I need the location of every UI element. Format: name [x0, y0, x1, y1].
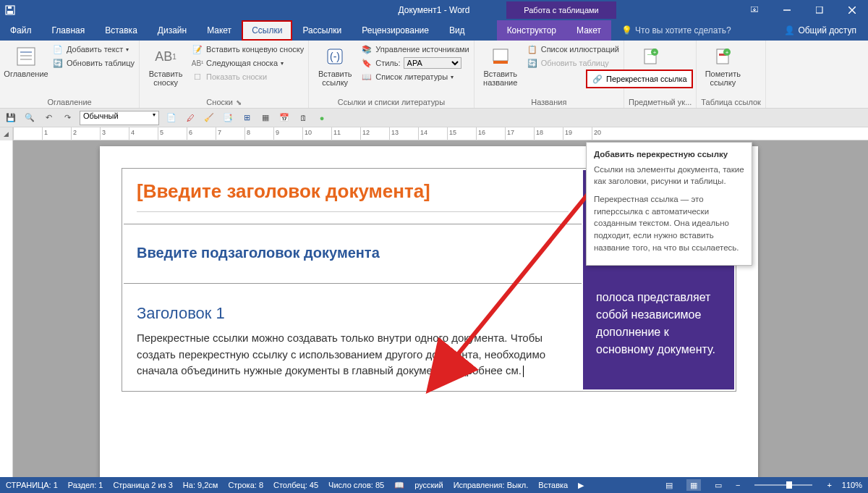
print-preview-icon[interactable]: 🔍: [23, 111, 36, 125]
save-icon[interactable]: [0, 5, 20, 15]
group-citations: (-) Вставить ссылку 📚Управление источник…: [309, 41, 474, 108]
maximize-button[interactable]: [803, 0, 835, 20]
table-of-figures-button[interactable]: 📋Список иллюстраций: [527, 43, 619, 55]
tab-table-layout[interactable]: Макет: [566, 20, 611, 41]
tab-layout[interactable]: Макет: [197, 20, 242, 41]
doc-heading1[interactable]: Заголовок 1: [137, 294, 569, 330]
zoom-level[interactable]: 110%: [842, 481, 862, 489]
tell-me[interactable]: 💡Что вы хотите сделать?: [611, 20, 741, 41]
ribbon-tabs: Файл Главная Вставка Дизайн Макет Ссылки…: [0, 20, 868, 41]
insert-citation-button[interactable]: (-) Вставить ссылку: [313, 43, 357, 88]
zoom-slider[interactable]: [754, 484, 812, 486]
group-footnotes: AB1 Вставить сноску 📝Вставить концевую с…: [140, 41, 309, 108]
tab-constructor[interactable]: Конструктор: [497, 20, 566, 41]
ribbon: Оглавление 📄Добавить текст ▾ 🔄Обновить т…: [0, 41, 868, 109]
status-line[interactable]: Строка: 8: [228, 481, 263, 489]
cross-reference-tooltip: Добавить перекрестную ссылку Ссылки на э…: [586, 142, 752, 266]
tab-design[interactable]: Дизайн: [148, 20, 197, 41]
status-spellcheck-icon[interactable]: 📖: [394, 481, 404, 490]
tab-references[interactable]: Ссылки: [242, 20, 292, 41]
ruler-corner[interactable]: ◢: [0, 127, 13, 140]
title-bar: Документ1 - Word Работа с таблицами: [0, 0, 868, 20]
table-tools-context: Работа с таблицами: [506, 1, 616, 19]
group-toa: + Пометить ссылку Таблица ссылок: [697, 41, 766, 108]
save-qat-icon[interactable]: 💾: [4, 111, 17, 125]
quick-toolbar: 💾 🔍 ↶ ↷ Обычный ▾ 📄 🖊 🧹 📑 ⊞ ▦ 📅 🗓 ●: [0, 109, 868, 127]
close-button[interactable]: [835, 0, 868, 20]
add-text-button[interactable]: 📄Добавить текст ▾: [52, 43, 135, 55]
status-section[interactable]: Раздел: 1: [68, 481, 103, 489]
tab-review[interactable]: Рецензирование: [352, 20, 439, 41]
mark-citation-button[interactable]: + Пометить ссылку: [701, 43, 744, 88]
vertical-ruler[interactable]: [0, 140, 13, 477]
qat-icon-1[interactable]: 📄: [165, 111, 178, 125]
status-insert[interactable]: Вставка: [538, 481, 568, 489]
svg-rect-8: [17, 48, 35, 65]
svg-text:+: +: [726, 49, 729, 56]
tab-home[interactable]: Главная: [42, 20, 95, 41]
status-words[interactable]: Число слов: 85: [328, 481, 384, 489]
text-cursor: [523, 366, 524, 377]
footnotes-dialog-launcher[interactable]: ⬊: [236, 98, 242, 106]
minimize-button[interactable]: [770, 0, 803, 20]
status-language[interactable]: русский: [414, 481, 443, 489]
qat-icon-8[interactable]: 🗓: [297, 111, 310, 125]
qat-icon-5[interactable]: ⊞: [240, 111, 253, 125]
toc-button[interactable]: Оглавление: [4, 43, 48, 80]
group-toc: Оглавление 📄Добавить текст ▾ 🔄Обновить т…: [0, 41, 140, 108]
view-print-icon[interactable]: ▦: [686, 479, 701, 491]
group-label-toc: Оглавление: [4, 98, 135, 108]
qat-icon-7[interactable]: 📅: [278, 111, 291, 125]
redo-icon[interactable]: ↷: [61, 111, 74, 125]
bibliography-button[interactable]: 📖Список литературы ▾: [361, 71, 469, 83]
qat-icon-4[interactable]: 📑: [221, 111, 234, 125]
tooltip-p1: Ссылки на элементы документа, такие как …: [594, 164, 744, 187]
insert-caption-button[interactable]: Вставить название: [479, 43, 522, 88]
svg-rect-15: [493, 61, 508, 64]
svg-text:(-): (-): [330, 51, 340, 62]
update-toc-button[interactable]: 🔄Обновить таблицу: [52, 57, 135, 69]
tab-file[interactable]: Файл: [0, 20, 42, 41]
view-read-icon[interactable]: ▤: [662, 479, 676, 491]
doc-subtitle[interactable]: Введите подзаголовок документа: [137, 235, 569, 271]
share-button[interactable]: 👤Общий доступ: [774, 20, 868, 41]
status-position[interactable]: На: 9,2см: [183, 481, 218, 489]
group-label-toa: Таблица ссылок: [701, 98, 761, 108]
status-page-of[interactable]: Страница 2 из 3: [113, 481, 172, 489]
manage-sources-button[interactable]: 📚Управление источниками: [361, 43, 469, 55]
qat-icon-3[interactable]: 🧹: [203, 111, 216, 125]
zoom-out-button[interactable]: −: [736, 481, 740, 489]
tab-mailings[interactable]: Рассылки: [292, 20, 352, 41]
insert-endnote-button[interactable]: 📝Вставить концевую сноску: [192, 43, 304, 55]
window-title: Документ1 - Word: [398, 5, 469, 15]
status-track[interactable]: Исправления: Выкл.: [454, 481, 529, 489]
cross-reference-icon: 🔗: [592, 73, 603, 85]
tab-view[interactable]: Вид: [439, 20, 475, 41]
svg-rect-2: [8, 7, 12, 9]
citation-style-select[interactable]: 🔖Стиль: APA: [361, 57, 469, 69]
qat-icon-6[interactable]: ▦: [259, 111, 272, 125]
undo-icon[interactable]: ↶: [42, 111, 55, 125]
insert-footnote-button[interactable]: AB1 Вставить сноску: [144, 43, 187, 88]
next-footnote-button[interactable]: AB¹Следующая сноска ▾: [192, 57, 304, 69]
status-column[interactable]: Столбец: 45: [273, 481, 318, 489]
group-label-citations: Ссылки и списки литературы: [313, 98, 469, 108]
cross-reference-button[interactable]: 🔗 Перекрестная ссылка: [586, 69, 693, 88]
tab-insert[interactable]: Вставка: [95, 20, 148, 41]
status-bar: СТРАНИЦА: 1 Раздел: 1 Страница 2 из 3 На…: [0, 477, 868, 493]
zoom-in-button[interactable]: +: [827, 481, 831, 489]
doc-title[interactable]: [Введите заголовок документа]: [137, 180, 569, 212]
horizontal-ruler[interactable]: ◢ 1234567891011121314151617181920: [0, 127, 868, 140]
status-macro-icon[interactable]: ▶: [578, 481, 584, 490]
doc-body[interactable]: Перекрестные ссылки можно создавать толь…: [137, 330, 569, 379]
svg-rect-14: [493, 49, 508, 61]
group-label-footnotes: Сноски⬊: [144, 98, 304, 108]
show-footnotes-button: ☐Показать сноски: [192, 71, 304, 83]
tooltip-p2: Перекрестная ссылка — это гиперссылка с …: [594, 193, 744, 253]
style-selector[interactable]: Обычный ▾: [80, 111, 159, 125]
ribbon-options-icon[interactable]: [738, 0, 770, 20]
view-web-icon[interactable]: ▭: [711, 479, 726, 491]
qat-icon-9[interactable]: ●: [315, 111, 328, 125]
qat-icon-2[interactable]: 🖊: [184, 111, 197, 125]
status-page[interactable]: СТРАНИЦА: 1: [6, 481, 58, 489]
